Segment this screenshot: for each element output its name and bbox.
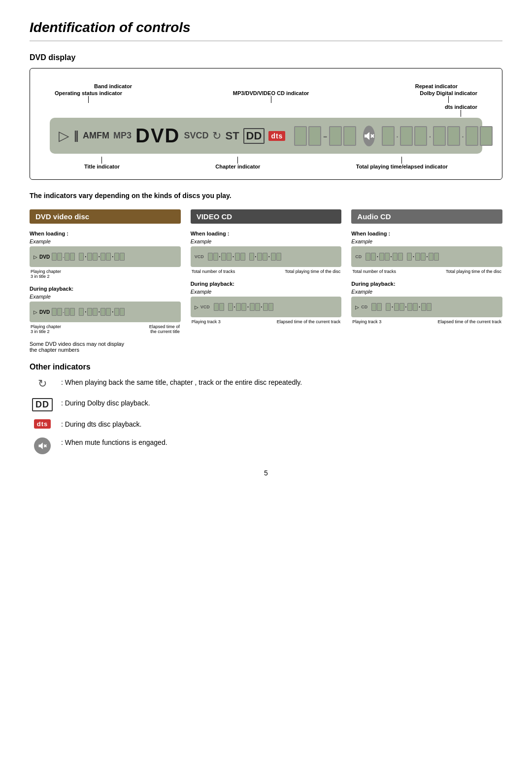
dts-label-lcd: dts	[268, 131, 285, 141]
mute-desc: : When mute functions is engaged.	[61, 437, 167, 448]
dts-indicator-label: dts indicator	[445, 104, 477, 110]
cd-when-loading-label: When loading :	[351, 231, 502, 236]
dts-icon-display: dts	[30, 419, 55, 429]
dvd-loading-display: ▷ DVD - · · ·	[30, 246, 181, 267]
pause-icon: ‖	[73, 130, 79, 142]
vcd-column: VIDEO CD When loading : Example VCD · · …	[191, 209, 342, 353]
dvd-column: DVD video disc When loading : Example ▷ …	[30, 209, 181, 353]
dolby-digital-label: Dolby Digital indicator	[420, 90, 477, 96]
page-number: 5	[30, 469, 502, 477]
cd-header: Audio CD	[351, 209, 502, 224]
cd-during-playback-label: During playback:	[351, 281, 502, 287]
cd-example-label: Example	[351, 238, 502, 244]
mute-icon-display	[30, 437, 55, 454]
dts-indicator-row: dts : During dts disc playback.	[30, 419, 502, 430]
mute-icon-lcd	[363, 126, 375, 146]
vcd-loading-right: Total playing time of the disc	[285, 269, 340, 274]
play-icon: ▷	[59, 128, 69, 144]
cd-loading-right: Total playing time of the disc	[446, 269, 501, 274]
other-indicators-heading: Other indicators	[30, 363, 502, 371]
dvd-playback-display: ▷ DVD - · · ·	[30, 302, 181, 322]
dolby-dd-label: DD	[243, 128, 265, 144]
dolby-desc: : During Dolby disc playback.	[61, 398, 150, 408]
mp3-label: MP3	[113, 131, 132, 141]
cd-playback-left: Playing track 3	[352, 319, 381, 324]
repeat-indicator-label: Repeat indicator	[415, 83, 458, 89]
total-playing-label: Total playing time/elapsed indicator	[356, 164, 448, 169]
page-title: Identification of controls	[30, 20, 502, 41]
vcd-loading-caption: Total number of tracks Total playing tim…	[191, 269, 342, 274]
cd-loading-left: Total number of tracks	[352, 269, 396, 274]
repeat-indicator-row: ↻ : When playing back the same title, ch…	[30, 377, 502, 390]
lcd-screen: ▷ ‖ AMFM MP3 DVD SVCD ↻ ST DD dts -	[50, 118, 482, 154]
operating-status-label: Operating status indicator	[55, 90, 122, 96]
title-indicator-label: Title indicator	[84, 164, 120, 169]
mp3-dvd-vcd-label: MP3/DVD/VIDEO CD indicator	[233, 90, 309, 96]
cd-playback-display: ▷ CD · · ·	[351, 297, 502, 317]
cd-playback-caption: Playing track 3 Elapsed time of the curr…	[351, 319, 502, 324]
vcd-loading-display: VCD · · · ·	[191, 246, 342, 267]
disc-types-row: DVD video disc When loading : Example ▷ …	[30, 209, 502, 353]
mute-indicator-row: : When mute functions is engaged.	[30, 437, 502, 454]
svcd-label: SVCD	[184, 131, 208, 141]
dvd-display-box: Band indicator Repeat indicator Operatin…	[30, 68, 502, 180]
svg-marker-3	[39, 442, 43, 449]
cd-playback-right: Elapsed time of the current track	[437, 319, 501, 324]
cd-column: Audio CD When loading : Example CD · · ·…	[351, 209, 502, 353]
cd-loading-display: CD · · · ·	[351, 246, 502, 267]
dvd-during-playback-label: During playback:	[30, 286, 181, 292]
disc-variation-statement: The indicators vary depending on the kin…	[30, 192, 502, 200]
cd-playback-example: Example	[351, 289, 502, 295]
vcd-example-label: Example	[191, 238, 342, 244]
vcd-during-playback-label: During playback:	[191, 281, 342, 287]
dvd-label: DVD	[135, 125, 180, 147]
seg-right-group: · · ·	[382, 126, 493, 146]
vcd-playback-display: ▷ VCD · · ·	[191, 297, 342, 317]
repeat-icon-lcd: ↻	[212, 130, 221, 142]
dvd-playback-caption: Playing chapter3 in title 2 Elapsed time…	[30, 324, 181, 334]
dts-desc: : During dts disc playback.	[61, 419, 141, 430]
vcd-playback-caption: Playing track 3 Elapsed time of the curr…	[191, 319, 342, 324]
repeat-desc: : When playing back the same title, chap…	[61, 377, 302, 388]
vcd-playback-example: Example	[191, 289, 342, 295]
vcd-when-loading-label: When loading :	[191, 231, 342, 236]
dolby-icon-display: DD	[30, 398, 55, 411]
dvd-display-heading: DVD display	[30, 53, 502, 62]
other-indicators-section: Other indicators ↻ : When playing back t…	[30, 363, 502, 454]
repeat-icon-display: ↻	[30, 377, 55, 390]
dvd-header: DVD video disc	[30, 209, 181, 224]
st-label: ST	[225, 130, 239, 142]
vcd-loading-left: Total number of tracks	[192, 269, 235, 274]
dvd-loading-caption-text: Playing chapter3 in title 2	[31, 269, 61, 279]
cd-loading-caption: Total number of tracks Total playing tim…	[351, 269, 502, 274]
dvd-playback-example: Example	[30, 294, 181, 300]
vcd-playback-right: Elapsed time of the current track	[277, 319, 341, 324]
band-indicator-label: Band indicator	[94, 83, 132, 89]
dvd-when-loading-label: When loading :	[30, 231, 181, 236]
vcd-playback-left: Playing track 3	[192, 319, 221, 324]
chapter-indicator-label: Chapter indicator	[215, 164, 260, 169]
dvd-example-label: Example	[30, 238, 181, 244]
dvd-note: Some DVD video discs may not displaythe …	[30, 341, 181, 353]
seg-left-group: -	[294, 126, 356, 146]
dvd-loading-caption: Playing chapter3 in title 2	[30, 269, 181, 279]
svg-marker-0	[365, 132, 369, 140]
dolby-indicator-row: DD : During Dolby disc playback.	[30, 398, 502, 411]
amfm-label: AMFM	[83, 131, 109, 141]
vcd-header: VIDEO CD	[191, 209, 342, 224]
